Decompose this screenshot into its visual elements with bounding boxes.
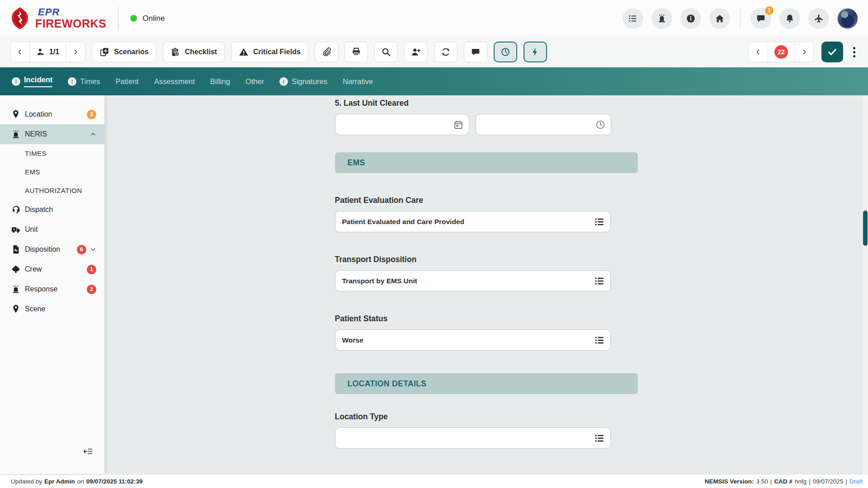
nemsis-version-label: NEMSIS Version: <box>705 478 754 485</box>
search-button[interactable] <box>374 42 398 62</box>
more-options-button[interactable] <box>850 44 858 60</box>
tab-times[interactable]: Times <box>68 67 100 95</box>
scenarios-button[interactable]: Scenarios <box>92 42 156 62</box>
pager-prev-button[interactable] <box>10 42 29 62</box>
sidebar-subitem-ems[interactable]: EMS <box>0 163 104 181</box>
tab-label: Other <box>245 77 264 86</box>
map-pin-icon <box>11 304 21 314</box>
field-label-last-unit-cleared: 5. Last Unit Cleared <box>335 99 638 108</box>
pager-value: 1/1 <box>49 48 59 56</box>
map-pin-icon <box>11 109 21 119</box>
sidebar-item-response[interactable]: Response 2 <box>0 279 104 299</box>
pager-current[interactable]: 1/1 <box>29 42 66 62</box>
tab-label: Incident <box>24 75 52 87</box>
sidebar-item-label: Response <box>25 285 87 293</box>
siren-icon <box>11 129 21 139</box>
updated-user: Epr Admin <box>44 478 75 485</box>
record-meta-info: NEMSIS Version: 3.50 | CAD # hnfg | 09/0… <box>705 478 863 485</box>
sidebar-badge: 6 <box>77 245 86 254</box>
dispatch-headset-icon <box>11 205 21 215</box>
siren-icon <box>657 14 667 23</box>
collapse-sidebar-icon <box>84 448 93 455</box>
sidebar-subitem-authorization[interactable]: AUTHORIZATION <box>0 181 104 200</box>
form-scroll-area[interactable]: 5. Last Unit Cleared EMS Patient Evaluat… <box>104 95 868 474</box>
clock-icon <box>595 120 605 130</box>
cad-label: CAD # <box>774 478 793 485</box>
quick-actions-button[interactable] <box>524 42 547 62</box>
tab-narrative[interactable]: Narrative <box>343 67 373 95</box>
field-label-patient-evaluation-care: Patient Evaluation Care <box>335 196 638 205</box>
location-type-select[interactable] <box>335 427 611 449</box>
checkmark-icon <box>827 47 838 57</box>
list-icon <box>628 14 638 23</box>
alerts-count-wrap[interactable]: 22 <box>768 42 795 62</box>
info-button[interactable] <box>680 8 701 29</box>
last-updated-info: Updated by Epr Admin on 09/07/2025 11:02… <box>11 478 142 485</box>
patient-evaluation-care-select[interactable]: Patient Evaluated and Care Provided <box>335 211 611 232</box>
tab-other[interactable]: Other <box>245 67 264 95</box>
validate-save-button[interactable] <box>821 42 843 62</box>
alerts-pager: 22 <box>748 42 814 62</box>
siren-icon <box>11 284 21 294</box>
section-header-ems: EMS <box>335 152 638 173</box>
tab-billing[interactable]: Billing <box>210 67 230 95</box>
person-add-icon <box>411 47 421 57</box>
times-quickview-button[interactable] <box>494 42 517 62</box>
sidebar-item-unit[interactable]: Unit <box>0 220 104 239</box>
chat-bubble-icon <box>756 14 766 23</box>
vertical-scrollbar[interactable] <box>863 95 868 474</box>
sidebar-collapse-button[interactable] <box>84 448 93 457</box>
messages-button[interactable]: 1 <box>750 8 771 29</box>
chevron-right-icon <box>72 48 79 56</box>
sync-button[interactable] <box>434 42 458 62</box>
checklist-button[interactable]: Checklist <box>163 42 225 62</box>
sidebar-item-neris[interactable]: NERIS <box>0 124 104 144</box>
app-logo[interactable]: EPR FIREWORKS <box>10 7 106 30</box>
disposition-report-icon <box>11 244 21 254</box>
sidebar-item-location[interactable]: Location 3 <box>0 104 104 124</box>
sidebar-badge: 2 <box>87 285 96 294</box>
home-icon <box>715 14 725 23</box>
sidebar-item-scene[interactable]: Scene <box>0 299 104 319</box>
header-divider <box>740 9 741 28</box>
last-unit-cleared-time-input[interactable] <box>476 114 611 135</box>
patient-icon <box>36 47 46 57</box>
status-bar: Updated by Epr Admin on 09/07/2025 11:02… <box>0 474 868 488</box>
header-divider <box>118 7 118 30</box>
sidebar-item-dispatch[interactable]: Dispatch <box>0 200 104 220</box>
travel-mode-button[interactable] <box>808 8 829 29</box>
attachments-button[interactable] <box>315 42 338 62</box>
user-avatar[interactable] <box>837 8 858 29</box>
critical-fields-button[interactable]: Critical Fields <box>231 42 308 62</box>
home-button[interactable] <box>709 8 730 29</box>
alerts-prev-button[interactable] <box>749 42 768 62</box>
logo-line-epr: EPR <box>38 7 106 17</box>
tab-incident[interactable]: Incident <box>12 67 52 95</box>
sidebar-subitem-times[interactable]: TIMES <box>0 144 104 163</box>
sidebar-item-disposition[interactable]: Disposition 6 <box>0 239 104 259</box>
record-state-link[interactable]: Draft <box>849 478 863 485</box>
sidebar-item-crew[interactable]: Crew 1 <box>0 259 104 279</box>
alerts-next-button[interactable] <box>795 42 814 62</box>
separator: | <box>809 478 811 485</box>
print-button[interactable] <box>344 42 368 62</box>
siren-button[interactable] <box>651 8 672 29</box>
transport-disposition-select[interactable]: Transport by EMS Unit <box>335 270 611 291</box>
paperclip-icon <box>321 47 331 57</box>
tab-signatures[interactable]: Signatures <box>279 67 327 95</box>
scrollbar-thumb[interactable] <box>863 211 868 246</box>
notifications-button[interactable] <box>779 8 800 29</box>
sidebar-item-label: Dispatch <box>25 206 96 214</box>
calendar-icon <box>453 120 463 130</box>
last-unit-cleared-date-input[interactable] <box>335 114 469 135</box>
tab-assessment[interactable]: Assessment <box>154 67 195 95</box>
pager-next-button[interactable] <box>66 42 85 62</box>
patient-status-select[interactable]: Worse <box>335 329 611 351</box>
add-person-button[interactable] <box>404 42 428 62</box>
alert-icon <box>12 77 20 86</box>
tab-patient[interactable]: Patient <box>116 67 139 95</box>
comments-button[interactable] <box>464 42 487 62</box>
list-select-icon <box>594 216 605 227</box>
menu-list-button[interactable] <box>623 8 643 29</box>
record-toolbar: 1/1 Scenarios Checklist Critical Fields <box>0 37 868 67</box>
